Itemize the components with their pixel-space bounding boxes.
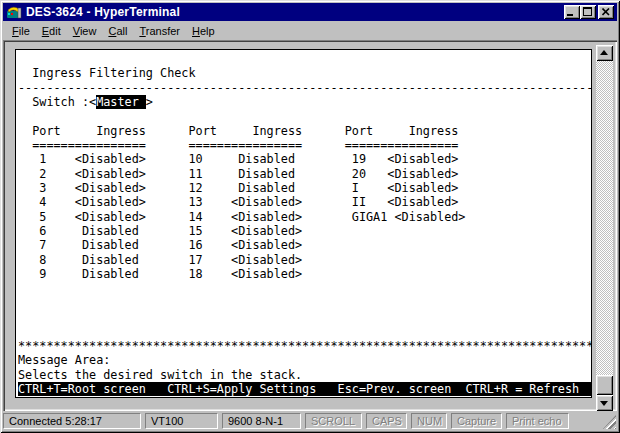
menu-item-edit[interactable]: Edit [41,23,62,39]
menu-item-file[interactable]: File [11,23,31,39]
minimize-button[interactable] [564,5,580,19]
port-row-2: 2 <Disabled> 11 Disabled 20 <Disabled> [18,167,591,181]
status-panel-scroll: SCROLL [305,413,362,429]
status-panel-print-echo: Print echo [506,413,569,429]
scroll-up-button[interactable] [596,45,613,61]
message-area-label: Message Area: [18,353,591,367]
vertical-scrollbar[interactable] [596,45,613,411]
key-bar-text: CTRL+T=Root screen CTRL+S=Apply Settings… [18,382,592,396]
status-panel-caps: CAPS [366,413,407,429]
menu-item-transfer[interactable]: Transfer [138,23,181,39]
maximize-icon [583,7,592,16]
menu-item-help[interactable]: Help [191,23,216,39]
port-row-5: 5 <Disabled> 14 <Disabled> GIGA1 <Disabl… [18,210,591,224]
terminal-client-area: Ingress Filtering Check-----------------… [3,40,617,411]
minimize-icon [567,14,573,16]
hyperterminal-window: DES-3624 - HyperTerminal FileEditViewCal… [0,0,620,433]
window-title: DES-3624 - HyperTerminal [26,3,564,21]
close-icon [602,8,610,16]
screen-title: Ingress Filtering Check [18,66,591,80]
blank-line [18,310,591,324]
table-separator: ================ ================ ======… [18,138,591,152]
status-bar-panels: Connected 5:28:17VT1009600 8-N-1SCROLLCA… [3,413,617,429]
status-panel-connected-5-28-17: Connected 5:28:17 [3,413,141,429]
divider-line: ----------------------------------------… [18,81,591,95]
switch-field: Switch :<Master > [18,95,591,109]
menu-item-call[interactable]: Call [107,23,128,39]
hyperterminal-icon [6,4,22,20]
switch-value[interactable]: Master [96,95,146,109]
status-panel-capture: Capture [451,413,502,429]
footer-divider-line: ****************************************… [18,339,591,353]
message-area-text: Selects the desired switch in the stack. [18,368,591,382]
status-panel-9600-8-n-1: 9600 8-N-1 [222,413,301,429]
table-header: Port Ingress Port Ingress Port Ingress [18,124,591,138]
port-row-4: 4 <Disabled> 13 <Disabled> II <Disabled> [18,195,591,209]
terminal-screen[interactable]: Ingress Filtering Check-----------------… [15,49,592,398]
blank-line [18,296,591,310]
terminal-lines: Ingress Filtering Check-----------------… [18,52,591,397]
status-bar: Connected 5:28:17VT1009600 8-N-1SCROLLCA… [3,411,617,430]
port-row-3: 3 <Disabled> 12 Disabled I <Disabled> [18,181,591,195]
maximize-button[interactable] [580,5,596,19]
status-panel-vt100: VT100 [145,413,218,429]
port-row-1: 1 <Disabled> 10 Disabled 19 <Disabled> [18,152,591,166]
port-row-8: 8 Disabled 17 <Disabled> [18,253,591,267]
blank-line [18,325,591,339]
status-panel-num: NUM [411,413,447,429]
port-row-7: 7 Disabled 16 <Disabled> [18,238,591,252]
blank-line [18,282,591,296]
scrollbar-thumb[interactable] [596,375,613,395]
menu-bar: FileEditViewCallTransferHelp [3,21,617,40]
port-row-9: 9 Disabled 18 <Disabled> [18,267,591,281]
arrow-down-icon [600,401,608,406]
arrow-up-icon [600,50,608,55]
blank-line [18,109,591,123]
scrollbar-track[interactable] [596,61,613,395]
port-row-6: 6 Disabled 15 <Disabled> [18,224,591,238]
menu-item-view[interactable]: View [72,23,98,39]
blank-line [18,52,591,66]
close-button[interactable] [598,5,614,19]
scroll-down-button[interactable] [596,395,613,411]
title-bar[interactable]: DES-3624 - HyperTerminal [3,3,617,21]
key-bar: CTRL+T=Root screen CTRL+S=Apply Settings… [18,382,591,396]
window-controls [564,5,614,19]
